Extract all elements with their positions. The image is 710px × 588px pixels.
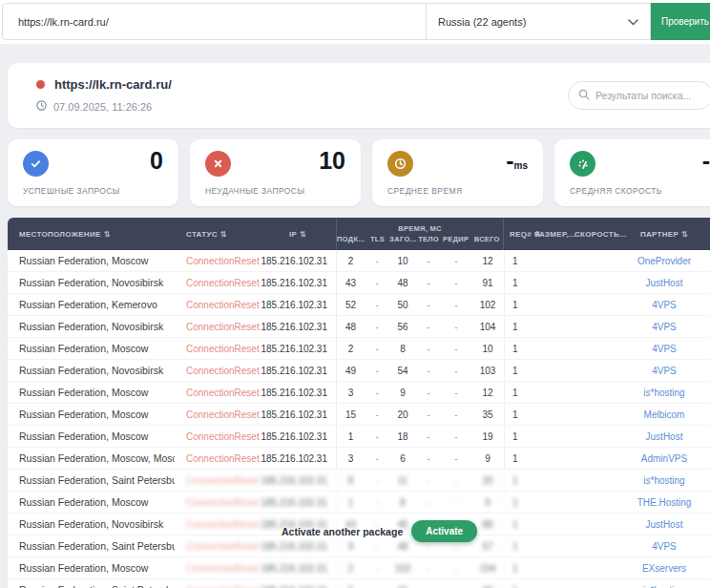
clock-small-icon (36, 100, 47, 113)
cell-redir: - (441, 360, 471, 381)
search-input[interactable] (595, 90, 700, 101)
cell-tls: - (365, 250, 389, 271)
clock-icon (387, 151, 413, 177)
url-input[interactable] (2, 3, 427, 40)
cell-tls: - (365, 426, 389, 447)
header-time-group: ВРЕМЯ, МС ПОДК... TLS ЗАГО... ТЕЛО РЕДИР… (336, 218, 504, 250)
header-telo[interactable]: ТЕЛО (416, 235, 441, 243)
header-location[interactable]: МЕСТОПОЛОЖЕНИЕ⇅ (8, 230, 175, 239)
table-row: Russian Federation, MoscowConnectionRese… (8, 557, 710, 579)
cell-partner[interactable]: 4VPS (618, 294, 710, 315)
cell-podk: 15 (336, 404, 365, 425)
activate-button[interactable]: Activate (411, 520, 477, 542)
cell-vsego: 10 (471, 338, 504, 359)
cell-tls: - (365, 272, 389, 293)
cell-req: 1 (504, 470, 534, 491)
cell-partner[interactable]: AdminVPS (618, 448, 710, 469)
cell-vsego: 9 (471, 448, 504, 469)
cell-tls: - (365, 316, 389, 337)
cell-location: Russian Federation, Novosibirsk (8, 272, 175, 293)
x-circle-icon (205, 151, 231, 177)
cell-redir: - (441, 338, 471, 359)
cell-location: Russian Federation, Saint Petersburg (8, 470, 175, 491)
table-row: Russian Federation, Saint PetersburgConn… (8, 579, 710, 588)
cell-podk: 1 (336, 426, 365, 447)
header-skorost[interactable]: СКОРОСТЬ... (574, 230, 618, 239)
cell-zago: 6 (389, 448, 416, 469)
region-select-value: Russia (22 agents) (438, 16, 526, 28)
stats-row: 0 УСПЕШНЫЕ ЗАПРОСЫ 10 НЕУДАЧНЫЕ ЗАПРОСЫ … (8, 139, 710, 206)
cell-podk: 3 (336, 382, 365, 403)
cell-razmer (534, 448, 574, 469)
header-tls[interactable]: TLS (365, 235, 390, 243)
cell-skorost (574, 382, 618, 403)
cell-redir: - (441, 448, 471, 469)
cell-partner[interactable]: 4VPS (618, 338, 710, 359)
check-button[interactable]: Проверить (651, 3, 710, 40)
cell-partner[interactable]: JustHost (618, 426, 710, 447)
cell-skorost (574, 426, 618, 447)
cell-vsego: 19 (471, 426, 504, 447)
cell-location: Russian Federation, Moscow (8, 250, 175, 271)
cell-skorost (574, 360, 618, 381)
cell-partner[interactable]: 4VPS (618, 360, 710, 381)
region-select[interactable]: Russia (22 agents) (427, 3, 651, 40)
cell-redir: - (441, 470, 471, 491)
header-partner[interactable]: ПАРТНЕР⇅ (618, 230, 710, 239)
header-vsego[interactable]: ВСЕГО (470, 235, 503, 243)
cell-zago: 102 (389, 557, 416, 578)
cell-ip: 185.216.102.31 (260, 316, 336, 337)
cell-partner[interactable]: Melbicom (618, 404, 710, 425)
cell-location: Russian Federation, Novosibirsk (8, 316, 175, 337)
cell-partner[interactable]: is*hosting (618, 470, 710, 491)
cell-partner[interactable]: is*hosting (618, 579, 710, 588)
cell-vsego: 102 (471, 294, 504, 315)
header-req[interactable]: REQ#⇅ (504, 230, 534, 239)
cell-ip: 185.216.102.31 (260, 557, 336, 578)
header-ip[interactable]: IP⇅ (260, 230, 336, 239)
cell-partner[interactable]: OneProvider (618, 250, 710, 271)
header-zago[interactable]: ЗАГО... (389, 235, 416, 243)
cell-tls: - (365, 579, 389, 588)
sort-icon: ⇅ (681, 230, 688, 239)
stat-value: - (702, 147, 710, 175)
cell-partner[interactable]: THE.Hosting (618, 492, 710, 513)
cell-redir: - (441, 492, 471, 513)
cell-partner[interactable]: is*hosting (618, 382, 710, 403)
cell-razmer (534, 514, 574, 535)
cell-telo: - (416, 404, 441, 425)
cell-zago: 54 (389, 360, 416, 381)
cell-razmer (534, 360, 574, 381)
cell-ip: 185.216.102.31 (260, 492, 336, 513)
cell-telo: - (416, 426, 441, 447)
cell-partner[interactable]: JustHost (618, 514, 710, 535)
header-status[interactable]: СТАТУС⇅ (175, 230, 260, 239)
stat-card-avg-time: -ms СРЕДНЕЕ ВРЕМЯ (372, 139, 543, 206)
cell-zago: 11 (389, 470, 416, 491)
cell-ip: 185.216.102.31 (260, 272, 336, 293)
cell-req: 1 (504, 294, 534, 315)
search-box[interactable] (568, 81, 710, 110)
cell-razmer (534, 470, 574, 491)
cell-status: ConnectionReset (175, 448, 260, 469)
cell-partner[interactable]: JustHost (618, 272, 710, 293)
table-row: Russian Federation, MoscowConnectionRese… (8, 250, 710, 272)
cell-partner[interactable]: 4VPS (618, 536, 710, 556)
result-timestamp: 07.09.2025, 11:26:26 (53, 101, 152, 113)
cell-razmer (534, 338, 574, 359)
cell-telo: - (416, 382, 441, 403)
cell-telo: - (416, 338, 441, 359)
cell-partner[interactable]: 4VPS (618, 316, 710, 337)
header-podk[interactable]: ПОДК... (337, 235, 365, 243)
cell-status: ConnectionReset (175, 294, 260, 315)
search-icon (578, 87, 590, 104)
cell-ip: 185.216.102.31 (260, 338, 336, 359)
cell-zago: 8 (389, 492, 416, 513)
header-redir[interactable]: РЕДИР (441, 235, 471, 243)
cell-req: 1 (504, 338, 534, 359)
table-row: Russian Federation, KemerovoConnectionRe… (8, 294, 710, 316)
stat-card-success: 0 УСПЕШНЫЕ ЗАПРОСЫ (8, 139, 178, 206)
cell-partner[interactable]: EXservers (618, 557, 710, 578)
cell-podk: 8 (336, 470, 365, 491)
sort-icon: ⇅ (104, 230, 111, 239)
